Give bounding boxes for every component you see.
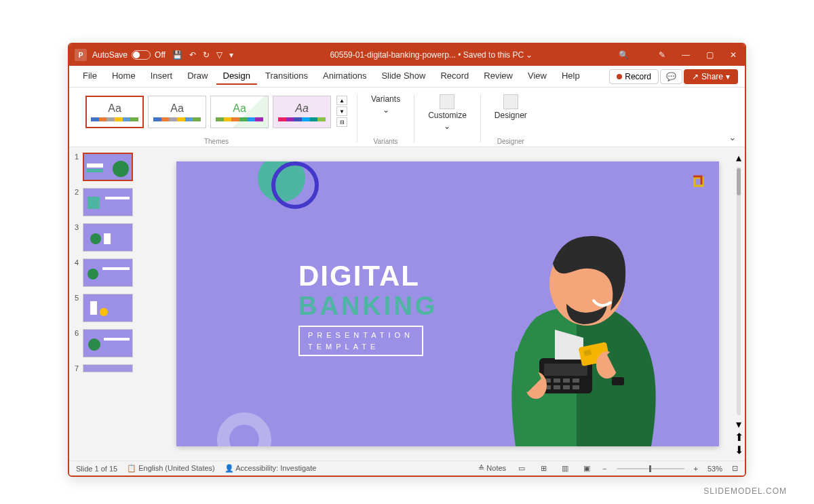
theme-thumb-2[interactable]: Aa (148, 96, 206, 128)
menubar: File Home Insert Draw Design Transitions… (69, 66, 745, 88)
scroll-up-icon[interactable]: ▴ (736, 151, 741, 164)
designer-button[interactable]: Designer (490, 93, 531, 121)
gallery-down-icon[interactable]: ▼ (336, 106, 347, 116)
customize-group: Customize ⌄ (414, 90, 480, 147)
share-button[interactable]: ↗ Share ▾ (684, 69, 738, 84)
slide-counter[interactable]: Slide 1 of 15 (76, 465, 117, 473)
next-slide-icon[interactable]: ⬇ (735, 444, 743, 457)
zoom-slider[interactable] (617, 468, 684, 469)
zoom-in-icon[interactable]: + (694, 465, 698, 473)
slide-thumb-7[interactable] (83, 364, 133, 372)
tab-home[interactable]: Home (105, 68, 142, 85)
save-icon[interactable]: 💾 (172, 50, 182, 60)
pencil-icon[interactable]: ✎ (656, 49, 668, 61)
start-slideshow-icon[interactable]: ▽ (216, 50, 222, 60)
slide-thumb-5[interactable] (83, 294, 133, 322)
chevron-down-icon: ⌄ (444, 121, 450, 131)
tab-review[interactable]: Review (477, 68, 520, 85)
close-icon[interactable]: ✕ (727, 49, 739, 61)
svg-point-15 (100, 308, 108, 316)
slide-title-1[interactable]: DIGITAL (298, 260, 420, 292)
tab-help[interactable]: Help (555, 68, 587, 85)
canvas-scrollbar[interactable]: ▴ ▾ ⬆ ⬇ (734, 147, 743, 461)
fit-to-window-icon[interactable]: ⊡ (732, 464, 738, 473)
minimize-icon[interactable]: — (679, 49, 693, 61)
autosave-control[interactable]: AutoSave Off (92, 50, 166, 60)
filename[interactable]: 60559-01-digital-banking-powerp... • Sav… (244, 50, 619, 60)
redo-icon[interactable]: ↻ (203, 50, 210, 60)
window-controls: ✎ — ▢ ✕ (656, 49, 739, 61)
slide-canvas[interactable]: DIGITAL BANKING PRESENTATION TEMPLATE (176, 161, 719, 446)
svg-rect-18 (104, 338, 130, 341)
tab-file[interactable]: File (76, 68, 104, 85)
collapse-ribbon-icon[interactable]: ⌄ (729, 132, 737, 142)
prev-slide-icon[interactable]: ⬆ (735, 431, 743, 444)
language-indicator[interactable]: 📋 English (United States) (127, 464, 215, 473)
accessibility-indicator[interactable]: 👤 Accessibility: Investigate (225, 464, 317, 473)
svg-point-17 (88, 338, 100, 351)
slide-canvas-area: DIGITAL BANKING PRESENTATION TEMPLATE (151, 147, 745, 461)
svg-rect-25 (573, 379, 579, 383)
tab-transitions[interactable]: Transitions (258, 68, 315, 85)
slide-subtitle[interactable]: PRESENTATION TEMPLATE (298, 326, 423, 356)
scroll-thumb[interactable] (737, 168, 741, 195)
reading-view-icon[interactable]: ▥ (559, 464, 571, 473)
themes-group: Aa Aa Aa Aa (76, 90, 357, 147)
qat-dropdown-icon[interactable]: ▾ (229, 50, 233, 60)
svg-point-11 (88, 269, 98, 279)
search-icon[interactable]: 🔍 (619, 50, 629, 60)
autosave-toggle[interactable] (132, 50, 151, 60)
svg-rect-9 (104, 233, 111, 244)
svg-rect-24 (563, 379, 570, 383)
svg-rect-5 (88, 197, 100, 209)
tab-animations[interactable]: Animations (316, 68, 373, 85)
tab-design[interactable]: Design (216, 68, 257, 85)
theme-thumb-4[interactable]: Aa (273, 96, 331, 128)
app-icon: P (75, 49, 87, 61)
slide-thumb-3[interactable] (83, 223, 133, 252)
quick-access-toolbar: 💾 ↶ ↻ ▽ ▾ (172, 50, 233, 60)
zoom-level[interactable]: 53% (708, 465, 722, 473)
workspace: 1 2 3 4 5 6 7 DIGITAL BANKING PRESENTATI… (69, 147, 745, 461)
titlebar: P AutoSave Off 💾 ↶ ↻ ▽ ▾ 60559-01-digita… (69, 44, 745, 66)
svg-rect-27 (554, 385, 560, 389)
svg-rect-29 (573, 385, 579, 389)
theme-gallery: Aa Aa Aa Aa (85, 93, 331, 128)
comments-button[interactable]: 💬 (660, 69, 682, 84)
slide-thumb-4[interactable] (83, 258, 133, 287)
slideshow-view-icon[interactable]: ▣ (581, 464, 593, 473)
slide-thumb-1[interactable] (83, 153, 133, 181)
sorter-view-icon[interactable]: ⊞ (537, 464, 549, 473)
svg-rect-6 (105, 197, 130, 199)
tab-insert[interactable]: Insert (144, 68, 180, 85)
tab-draw[interactable]: Draw (180, 68, 214, 85)
notes-button[interactable]: ≙ Notes (478, 464, 506, 473)
tab-view[interactable]: View (521, 68, 554, 85)
svg-rect-28 (563, 385, 570, 389)
customize-button[interactable]: Customize ⌄ (424, 93, 471, 132)
tab-record[interactable]: Record (433, 68, 476, 85)
ribbon: Aa Aa Aa Aa (69, 88, 745, 147)
theme-thumb-1[interactable]: Aa (85, 96, 144, 128)
zoom-out-icon[interactable]: − (602, 465, 606, 473)
gallery-up-icon[interactable]: ▲ (336, 96, 347, 105)
svg-point-8 (90, 233, 101, 244)
slide-thumb-6[interactable] (83, 329, 133, 357)
slide-illustration[interactable] (475, 216, 678, 446)
record-button[interactable]: Record (609, 69, 659, 84)
undo-icon[interactable]: ↶ (189, 50, 196, 60)
variants-group: Variants ⌄ Variants (357, 90, 414, 147)
slide-thumb-2[interactable] (83, 188, 133, 216)
scroll-down-icon[interactable]: ▾ (736, 418, 741, 431)
slide-thumbnails-panel[interactable]: 1 2 3 4 5 6 7 (69, 147, 151, 461)
theme-thumb-3[interactable]: Aa (210, 96, 269, 128)
svg-rect-23 (554, 379, 560, 383)
tab-slideshow[interactable]: Slide Show (374, 68, 432, 85)
slide-title-2[interactable]: BANKING (298, 292, 438, 321)
maximize-icon[interactable]: ▢ (703, 49, 716, 61)
normal-view-icon[interactable]: ▭ (516, 464, 528, 473)
svg-rect-14 (90, 301, 97, 315)
gallery-more-icon[interactable]: ⊟ (336, 117, 347, 127)
variants-button[interactable]: Variants ⌄ (367, 93, 404, 116)
svg-rect-34 (612, 377, 624, 385)
